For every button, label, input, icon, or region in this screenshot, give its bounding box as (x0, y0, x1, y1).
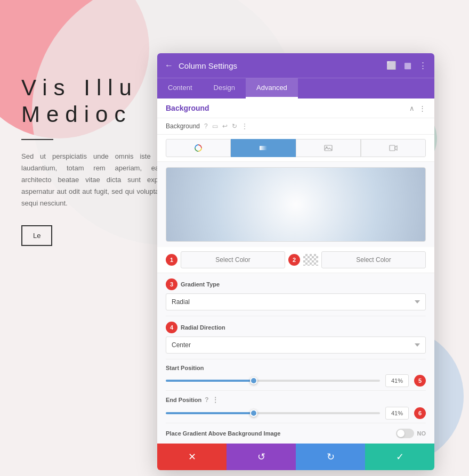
color-row: 1 Select Color 2 Select Color (157, 247, 434, 273)
place-gradient-row: Place Gradient Above Background Image NO (166, 423, 426, 444)
badge-2: 2 (288, 254, 300, 266)
end-position-label: End Position ? ⋮ (166, 396, 426, 404)
columns-icon[interactable]: ▦ (404, 61, 411, 70)
more-icon[interactable]: ⋮ (419, 61, 427, 70)
gradient-type-select[interactable]: Radial Linear (166, 293, 426, 310)
start-position-thumb[interactable] (250, 377, 257, 384)
page-title: Vis Illu Medioc (21, 75, 171, 128)
end-position-row: End Position ? ⋮ 41% 6 (166, 391, 426, 423)
save-button[interactable]: ✓ (365, 444, 434, 470)
image-icon (324, 144, 333, 152)
page-cta-button[interactable]: Le (21, 225, 52, 246)
start-position-track[interactable] (166, 380, 380, 382)
svg-rect-2 (325, 145, 332, 151)
more-small-icon[interactable]: ⋮ (241, 122, 248, 130)
panel-header-icons: ⬜ ▦ ⋮ (386, 61, 427, 70)
fullscreen-icon[interactable]: ⬜ (386, 61, 397, 70)
color-btn-1[interactable]: Select Color (181, 251, 285, 268)
toggle-text: NO (417, 430, 426, 437)
badge-5: 5 (414, 375, 426, 387)
badge-6: 6 (414, 407, 426, 419)
section-header: Background ∧ ⋮ (157, 99, 434, 118)
page-content: Vis Illu Medioc Sed ut perspiciatis unde… (21, 75, 171, 246)
redo-button[interactable]: ↻ (296, 444, 365, 470)
delete-button[interactable]: ✕ (157, 444, 227, 470)
bg-tab-image[interactable] (296, 139, 361, 157)
panel-title: Column Settings (179, 61, 381, 70)
bg-tab-color[interactable] (166, 139, 231, 157)
section-more-icon[interactable]: ⋮ (419, 104, 426, 112)
bg-row-icons: ? ▭ ↩ ↻ ⋮ (204, 122, 248, 130)
toggle-knob (397, 430, 405, 437)
gradient-type-row: 3 Gradient Type Radial Linear (166, 273, 426, 316)
radial-direction-select[interactable]: Center Top Left Top Right Bottom Left Bo… (166, 337, 426, 354)
action-bar: ✕ ↺ ↻ ✓ (157, 444, 434, 470)
badge-3: 3 (166, 278, 177, 290)
page-body: Sed ut perspiciatis unde omnis iste natu… (21, 151, 171, 209)
background-row: Background ? ▭ ↩ ↻ ⋮ (157, 118, 434, 135)
tab-content[interactable]: Content (157, 78, 203, 99)
place-gradient-label: Place Gradient Above Background Image (166, 430, 280, 437)
start-position-slider-container: 41% 5 (166, 374, 426, 387)
bg-row-label: Background (166, 122, 200, 130)
end-position-slider-container: 41% 6 (166, 407, 426, 420)
start-position-label: Start Position (166, 365, 426, 371)
start-position-row: Start Position 41% 5 (166, 359, 426, 391)
tab-advanced[interactable]: Advanced (246, 78, 298, 99)
video-icon (389, 144, 398, 152)
panel-header: ← Column Settings ⬜ ▦ ⋮ (157, 53, 434, 78)
svg-rect-4 (390, 145, 395, 151)
toggle-track[interactable] (396, 429, 414, 438)
end-position-more-icon[interactable]: ⋮ (212, 396, 219, 404)
radial-direction-label: 4 Radial Direction (166, 322, 426, 333)
page-divider (21, 139, 53, 140)
reset-icon[interactable]: ↩ (222, 122, 228, 130)
tab-design[interactable]: Design (203, 78, 246, 99)
gradient-type-label: 3 Gradient Type (166, 278, 426, 290)
color-btn-2[interactable]: Select Color (321, 251, 426, 268)
bg-type-tabs (157, 135, 434, 162)
end-position-track[interactable] (166, 412, 380, 414)
badge-1: 1 (166, 254, 177, 266)
start-position-value[interactable]: 41% (385, 374, 409, 387)
column-settings-panel: ← Column Settings ⬜ ▦ ⋮ Content Design A… (157, 53, 434, 470)
bg-tab-gradient[interactable] (231, 139, 296, 157)
end-position-help-icon[interactable]: ? (205, 396, 208, 404)
radial-direction-row: 4 Radial Direction Center Top Left Top R… (166, 316, 426, 359)
panel-tabs: Content Design Advanced (157, 78, 434, 99)
svg-rect-1 (260, 146, 267, 150)
undo-small-icon[interactable]: ↻ (232, 122, 237, 130)
collapse-icon[interactable]: ∧ (409, 104, 415, 112)
end-position-value[interactable]: 41% (385, 407, 409, 420)
gradient-icon (259, 144, 268, 152)
color-wheel-icon (194, 144, 203, 152)
bg-tab-video[interactable] (361, 139, 426, 157)
end-position-thumb[interactable] (250, 409, 257, 417)
section-title: Background (166, 104, 209, 112)
help-icon[interactable]: ? (204, 122, 208, 130)
device-icon[interactable]: ▭ (212, 122, 218, 130)
back-icon[interactable]: ← (165, 61, 173, 70)
checker-box (303, 254, 318, 266)
gradient-preview (166, 167, 426, 242)
undo-button[interactable]: ↺ (227, 444, 296, 470)
badge-4: 4 (166, 322, 177, 333)
panel-body: Background ∧ ⋮ Background ? ▭ ↩ ↻ ⋮ (157, 99, 434, 470)
form-section: 3 Gradient Type Radial Linear 4 Radial D… (157, 273, 434, 444)
section-header-icons: ∧ ⋮ (409, 104, 426, 112)
toggle-switch[interactable]: NO (396, 429, 426, 438)
